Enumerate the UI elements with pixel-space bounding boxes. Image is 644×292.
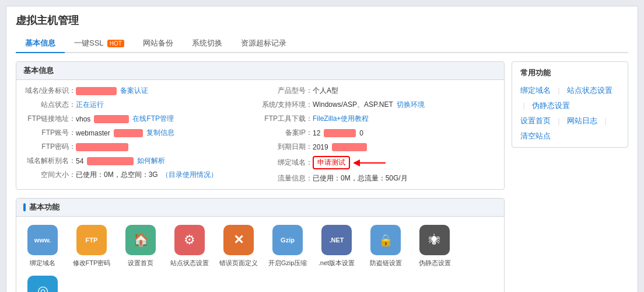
info-row-ftp-tool: FTP工具下载： FileZilla+使用教程 (260, 114, 497, 124)
func-site-status[interactable]: ⚙ 站点状态设置 (169, 225, 210, 267)
right-link-site-log[interactable]: 网站日志 (567, 116, 597, 126)
value-beian-ip: 12 0 (313, 129, 497, 137)
func-card-header: 基本功能 (16, 199, 504, 217)
label-product: 产品型号： (260, 86, 313, 96)
redacted-expire (332, 143, 367, 151)
basic-info-body: 域名/业务标识： 备案认证 站点状态： 正在运行 (16, 80, 504, 189)
right-panel: 常用功能 绑定域名 ｜ 站点状态设置 ｜ 伪静态设置 设置首页 ｜ 网站日志 (512, 61, 628, 292)
info-row-domain: 域名/业务标识： 备案认证 (23, 86, 260, 96)
value-ftp-tool: FileZilla+使用教程 (313, 114, 497, 124)
func-anti-theft-icon: 🔒 (370, 225, 401, 255)
value-cname: 54 如何解析 (76, 156, 260, 166)
annotated-apply-test[interactable]: 申请测试 (313, 156, 350, 169)
func-card: 基本功能 www. 绑定域名 FTP 修改FT (16, 198, 505, 292)
info-row-ftp-pass: FTP密码： (23, 142, 260, 152)
link-switch-env[interactable]: 切换环境 (397, 100, 425, 110)
info-row-space: 空间大小： 已使用：0M，总空间：3G （目录使用情况） (23, 170, 260, 180)
func-gzip-icon: Gzip (272, 225, 303, 255)
right-link-pseudo-static[interactable]: 伪静态设置 (532, 100, 570, 111)
tab-basic[interactable]: 基本信息 (16, 34, 65, 53)
func-pseudo-static[interactable]: 🕷 伪静态设置 (414, 225, 455, 267)
func-anti-theft-label: 防盗链设置 (370, 259, 402, 267)
label-space: 空间大小： (23, 170, 76, 180)
right-link-bind-domain[interactable]: 绑定域名 (520, 85, 551, 96)
link-disk-usage[interactable]: （目录使用情况） (162, 170, 218, 180)
basic-info-card: 基本信息 域名/业务标识： 备案认证 (16, 61, 505, 190)
ip-prefix: 12 (313, 129, 320, 137)
ftp-prefix: vhos (76, 115, 90, 123)
main-layout: 基本信息 域名/业务标识： 备案认证 (16, 61, 628, 292)
info-row-cname: 域名解析别名： 54 如何解析 (23, 156, 260, 166)
func-bind-domain-icon: www. (27, 225, 58, 255)
func-explore[interactable]: ◎ 生成探针 (22, 276, 63, 292)
tab-resources[interactable]: 资源超标记录 (232, 34, 296, 53)
func-icons-grid: www. 绑定域名 FTP 修改FTP密码 🏠 (16, 217, 504, 292)
func-dotnet[interactable]: .NET .net版本设置 (316, 225, 357, 267)
value-ftp-addr: vhos 在线FTP管理 (76, 114, 260, 124)
env-text: Windows/ASP、ASP.NET (313, 100, 393, 110)
right-links: 绑定域名 ｜ 站点状态设置 ｜ 伪静态设置 设置首页 ｜ 网站日志 ｜ 清空站点 (520, 85, 620, 141)
func-bind-domain[interactable]: www. 绑定域名 (22, 225, 63, 267)
info-row-status: 站点状态： 正在运行 (23, 100, 260, 110)
tabs-bar: 基本信息 一键SSL HOT 网站备份 系统切换 资源超标记录 (16, 34, 628, 53)
value-domain: 备案认证 (76, 86, 260, 96)
value-ftp-pass (76, 143, 260, 151)
label-traffic: 流量信息： (260, 173, 313, 183)
func-ftp-password[interactable]: FTP 修改FTP密码 (71, 225, 112, 267)
tab-ssl[interactable]: 一键SSL HOT (65, 34, 134, 53)
tab-backup[interactable]: 网站备份 (134, 34, 183, 53)
expire-prefix: 2019 (313, 143, 328, 151)
info-grid: 域名/业务标识： 备案认证 站点状态： 正在运行 (23, 86, 497, 183)
func-error-page[interactable]: ✕ 错误页面定义 (218, 225, 259, 267)
space-text: 已使用：0M，总空间：3G (76, 170, 158, 180)
header-bar-icon (23, 203, 26, 211)
value-product: 个人A型 (313, 86, 497, 96)
value-expire: 2019 (313, 143, 497, 151)
info-row-product: 产品型号： 个人A型 (260, 86, 497, 96)
value-status: 正在运行 (76, 100, 260, 110)
link-ftp-online[interactable]: 在线FTP管理 (132, 114, 174, 124)
tab-switch[interactable]: 系统切换 (183, 34, 232, 53)
label-cname: 域名解析别名： (23, 156, 76, 166)
main-container: 虚拟主机管理 基本信息 一键SSL HOT 网站备份 系统切换 资源超标记录 基… (6, 6, 638, 292)
link-copy-info[interactable]: 复制信息 (146, 128, 174, 138)
value-env: Windows/ASP、ASP.NET 切换环境 (313, 100, 497, 110)
redacted-ftp-pass (76, 143, 128, 151)
cname-prefix: 54 (76, 157, 83, 165)
label-domain: 域名/业务标识： (23, 86, 76, 96)
func-bind-domain-label: 绑定域名 (30, 259, 55, 267)
func-dotnet-label: .net版本设置 (318, 259, 355, 267)
right-card: 常用功能 绑定域名 ｜ 站点状态设置 ｜ 伪静态设置 设置首页 ｜ 网站日志 (512, 61, 628, 148)
value-bind-domain: 申请测试 (313, 156, 497, 169)
info-right-col: 产品型号： 个人A型 系统/支持环境： Windows/ASP、ASP.NET … (260, 86, 497, 183)
func-set-homepage-label: 设置首页 (128, 259, 153, 267)
right-link-clear-site[interactable]: 清空站点 (520, 131, 551, 141)
right-link-set-homepage[interactable]: 设置首页 (520, 116, 551, 126)
tab-ssl-hot-badge: HOT (107, 40, 124, 47)
left-panel: 基本信息 域名/业务标识： 备案认证 (16, 61, 505, 292)
func-gzip-label: 开启Gzip压缩 (268, 259, 307, 267)
redacted-ip (324, 129, 356, 137)
info-row-env: 系统/支持环境： Windows/ASP、ASP.NET 切换环境 (260, 100, 497, 110)
link-filezilla[interactable]: FileZilla+使用教程 (313, 114, 369, 124)
divider-1: ｜ (555, 86, 562, 96)
right-link-site-status[interactable]: 站点状态设置 (567, 85, 612, 96)
link-beian[interactable]: 备案认证 (120, 86, 148, 96)
info-row-ftp-addr: FTP链接地址： vhos 在线FTP管理 (23, 114, 260, 124)
label-env: 系统/支持环境： (260, 100, 313, 110)
label-status: 站点状态： (23, 100, 76, 110)
func-anti-theft[interactable]: 🔒 防盗链设置 (365, 225, 406, 267)
func-dotnet-icon: .NET (321, 225, 352, 255)
label-beian-ip: 备案IP： (260, 128, 313, 138)
info-row-traffic: 流量信息： 已使用：0M，总流量：50G/月 (260, 173, 497, 183)
label-ftp-pass: FTP密码： (23, 142, 76, 152)
func-ftp-password-icon: FTP (76, 225, 107, 255)
link-how-resolve[interactable]: 如何解析 (137, 156, 165, 166)
func-pseudo-static-label: 伪静态设置 (419, 259, 451, 267)
label-ftp-user: FTP账号： (23, 128, 76, 138)
func-gzip[interactable]: Gzip 开启Gzip压缩 (267, 225, 308, 267)
label-expire: 到期日期： (260, 142, 313, 152)
func-set-homepage[interactable]: 🏠 设置首页 (120, 225, 161, 267)
value-space: 已使用：0M，总空间：3G （目录使用情况） (76, 170, 260, 180)
right-link-row-1: 绑定域名 ｜ 站点状态设置 ｜ 伪静态设置 (520, 85, 620, 111)
